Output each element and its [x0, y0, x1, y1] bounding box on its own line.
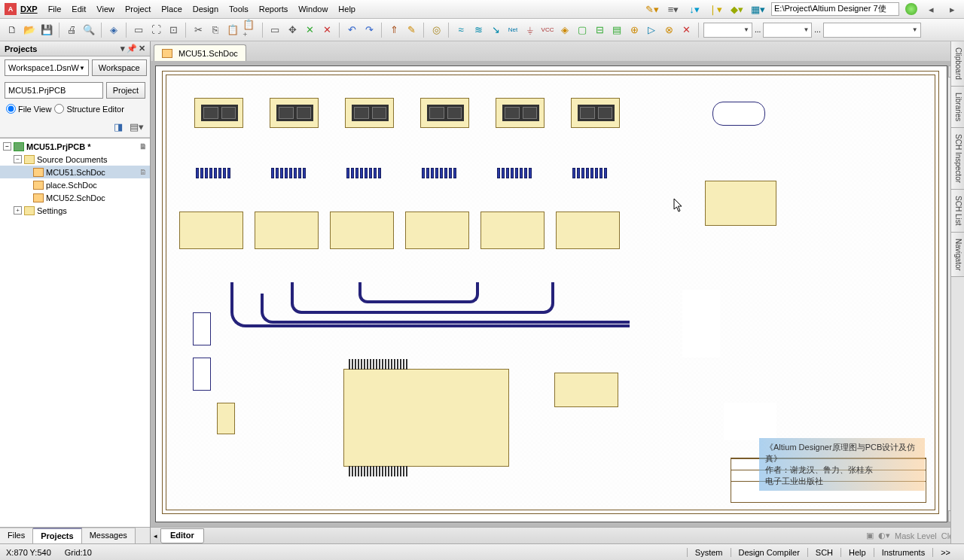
- tree-doc-mcu51[interactable]: MCU51.SchDoc 🗎: [0, 166, 150, 178]
- place-netlabel-icon[interactable]: Net: [505, 23, 520, 38]
- vtab-libraries[interactable]: Libraries: [951, 87, 964, 128]
- tree-options-icon[interactable]: ▤▾: [129, 119, 144, 134]
- tree-settings[interactable]: + Settings: [0, 204, 150, 217]
- hierarchy-down-icon[interactable]: ✎: [404, 23, 419, 38]
- tree-doc-mcu52[interactable]: MCU52.SchDoc: [0, 191, 150, 204]
- mask-toggle-icon[interactable]: ▣: [866, 531, 874, 540]
- structure-editor-radio[interactable]: Structure Editor: [54, 104, 124, 114]
- vtab-navigator[interactable]: Navigator: [951, 233, 964, 278]
- editor-tab[interactable]: Editor: [160, 528, 204, 543]
- mask-level-label[interactable]: Mask Level: [895, 531, 937, 540]
- place-noerc-icon[interactable]: ✕: [679, 23, 694, 38]
- tree-doc-place[interactable]: place.SchDoc: [0, 178, 150, 191]
- history-back-icon[interactable]: ◂: [923, 2, 938, 17]
- new-icon[interactable]: 🗋: [5, 23, 20, 38]
- tab-messages[interactable]: Messages: [82, 528, 136, 543]
- place-device-icon[interactable]: ▤: [609, 23, 624, 38]
- place-harness-icon[interactable]: ⊕: [627, 23, 642, 38]
- workspace-combo[interactable]: Workspace1.DsnW ▼: [5, 59, 89, 76]
- place-sheet-icon[interactable]: ▢: [575, 23, 590, 38]
- tool-marker-icon[interactable]: ❘▾: [708, 2, 723, 17]
- tool-pin-icon[interactable]: ↓▾: [687, 2, 702, 17]
- place-bus-icon[interactable]: ≋: [471, 23, 486, 38]
- save-icon[interactable]: 💾: [39, 23, 54, 38]
- place-gnd-icon[interactable]: ⏚: [523, 23, 538, 38]
- place-port-icon[interactable]: ◈: [557, 23, 572, 38]
- move-icon[interactable]: ✥: [285, 23, 300, 38]
- status-instruments[interactable]: Instruments: [874, 548, 932, 557]
- menu-place[interactable]: Place: [161, 5, 182, 14]
- project-path-input[interactable]: E:\Project\Altium Designer 7使: [771, 2, 899, 16]
- status-sch[interactable]: SCH: [807, 548, 840, 557]
- tool-align-icon[interactable]: ≡▾: [666, 2, 681, 17]
- place-part-icon[interactable]: ▷: [644, 23, 659, 38]
- search-combo-1[interactable]: ▼: [703, 23, 752, 38]
- redo-icon[interactable]: ↷: [362, 23, 377, 38]
- place-wire-icon[interactable]: ≈: [453, 23, 468, 38]
- menu-design[interactable]: Design: [193, 5, 218, 14]
- menu-tools[interactable]: Tools: [229, 5, 249, 14]
- expand-icon[interactable]: −: [14, 155, 22, 163]
- tool-pen-icon[interactable]: ✎▾: [645, 2, 660, 17]
- paste-special-icon[interactable]: 📋⁺: [243, 23, 258, 38]
- zoom-select-icon[interactable]: ⊡: [166, 23, 181, 38]
- menu-view[interactable]: View: [96, 5, 114, 14]
- hierarchy-up-icon[interactable]: ⇑: [386, 23, 401, 38]
- select-rect-icon[interactable]: ▭: [267, 23, 282, 38]
- tree-filter-icon[interactable]: ◨: [111, 119, 126, 134]
- undo-icon[interactable]: ↶: [344, 23, 359, 38]
- status-system[interactable]: System: [687, 548, 731, 557]
- project-button[interactable]: Project: [106, 82, 145, 99]
- history-fwd-icon[interactable]: ▸: [944, 2, 959, 17]
- browse-icon[interactable]: ◎: [429, 23, 444, 38]
- dxp-menu[interactable]: DXP: [20, 5, 38, 14]
- menu-help[interactable]: Help: [338, 5, 355, 14]
- vtab-sch-inspector[interactable]: SCH Inspector: [951, 128, 964, 190]
- status-more[interactable]: >>: [932, 548, 958, 557]
- menu-window[interactable]: Window: [298, 5, 328, 14]
- copy-icon[interactable]: ⎘: [208, 23, 223, 38]
- menu-project[interactable]: Project: [125, 5, 151, 14]
- preview-icon[interactable]: 🔍: [81, 23, 96, 38]
- tab-files[interactable]: Files: [0, 528, 33, 543]
- vtab-sch-list[interactable]: SCH List: [951, 190, 964, 232]
- file-view-radio[interactable]: File View: [6, 104, 51, 114]
- compile-icon[interactable]: ◈: [106, 23, 121, 38]
- go-button[interactable]: [905, 3, 917, 15]
- deselect-icon[interactable]: ✕: [302, 23, 317, 38]
- place-noe-icon[interactable]: ⊗: [661, 23, 676, 38]
- tree-source-docs[interactable]: − Source Documents: [0, 153, 150, 166]
- vtab-clipboard[interactable]: Clipboard: [951, 41, 964, 87]
- document-tab[interactable]: MCU51.SchDoc: [154, 44, 246, 61]
- search-combo-3[interactable]: ▼: [823, 23, 921, 38]
- clear-icon[interactable]: ✕: [319, 23, 334, 38]
- zoom-area-icon[interactable]: ⛶: [148, 23, 163, 38]
- menu-reports[interactable]: Reports: [259, 5, 288, 14]
- workspace-button[interactable]: Workspace: [92, 59, 147, 76]
- status-help[interactable]: Help: [840, 548, 874, 557]
- place-busentry-icon[interactable]: ↘: [488, 23, 503, 38]
- print-icon[interactable]: 🖨: [64, 23, 79, 38]
- search-combo-2[interactable]: ▼: [763, 23, 812, 38]
- place-sheetentry-icon[interactable]: ⊟: [592, 23, 607, 38]
- tree-project-root[interactable]: − MCU51.PrjPCB * 🗎: [0, 140, 150, 153]
- expand-icon[interactable]: −: [3, 142, 11, 151]
- expand-icon[interactable]: +: [14, 206, 22, 215]
- cut-icon[interactable]: ✂: [191, 23, 206, 38]
- place-vcc-icon[interactable]: VCC: [540, 23, 555, 38]
- panel-close-icon[interactable]: ✕: [139, 44, 145, 53]
- menu-edit[interactable]: Edit: [72, 5, 86, 14]
- zoom-fit-icon[interactable]: ▭: [131, 23, 146, 38]
- project-field[interactable]: MCU51.PrjPCB: [5, 82, 103, 99]
- tool-grid-icon[interactable]: ▦▾: [750, 2, 765, 17]
- panel-minimize-icon[interactable]: ▾: [120, 44, 125, 53]
- tab-projects[interactable]: Projects: [33, 528, 81, 543]
- tool-layer-icon[interactable]: ◆▾: [729, 2, 744, 17]
- panel-pin-icon[interactable]: 📌: [127, 44, 137, 53]
- mask-dim-icon[interactable]: ◐▾: [878, 531, 890, 540]
- open-icon[interactable]: 📂: [22, 23, 37, 38]
- status-design-compiler[interactable]: Design Compiler: [731, 548, 807, 557]
- schematic-canvas[interactable]: /* rendered below via static DOM for sim…: [155, 65, 947, 522]
- menu-file[interactable]: File: [48, 5, 62, 14]
- paste-icon[interactable]: 📋: [225, 23, 240, 38]
